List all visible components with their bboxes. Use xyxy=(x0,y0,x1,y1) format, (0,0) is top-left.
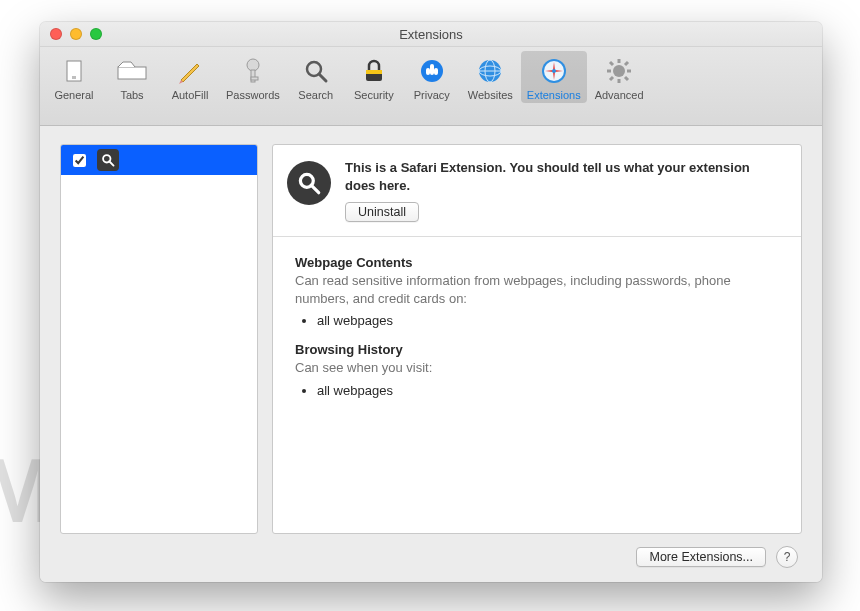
window-title: Extensions xyxy=(40,27,822,42)
section-list: all webpages xyxy=(295,383,779,398)
footer: More Extensions... ? xyxy=(60,544,802,570)
list-item: all webpages xyxy=(317,383,779,398)
section-title: Browsing History xyxy=(295,342,779,357)
autofill-icon xyxy=(174,55,206,87)
extensions-icon xyxy=(538,55,570,87)
preferences-toolbar: General Tabs AutoFill Passwords Search xyxy=(40,47,822,126)
tab-privacy[interactable]: Privacy xyxy=(404,51,460,103)
tab-label: Privacy xyxy=(414,89,450,101)
security-icon xyxy=(358,55,390,87)
svg-line-29 xyxy=(610,77,613,80)
extension-icon xyxy=(287,161,331,205)
window-controls xyxy=(50,28,102,40)
tab-label: Websites xyxy=(468,89,513,101)
general-icon xyxy=(58,55,90,87)
tab-advanced[interactable]: Advanced xyxy=(589,51,650,103)
tab-extensions[interactable]: Extensions xyxy=(521,51,587,103)
extension-detail: This is a Safari Extension. You should t… xyxy=(272,144,802,534)
section-description: Can read sensitive information from webp… xyxy=(295,272,779,307)
advanced-icon xyxy=(603,55,635,87)
extension-list-item[interactable] xyxy=(61,145,257,175)
svg-point-22 xyxy=(613,65,625,77)
tab-autofill[interactable]: AutoFill xyxy=(162,51,218,103)
websites-icon xyxy=(474,55,506,87)
tab-search[interactable]: Search xyxy=(288,51,344,103)
titlebar: Extensions xyxy=(40,22,822,47)
help-button[interactable]: ? xyxy=(776,546,798,568)
minimize-window-button[interactable] xyxy=(70,28,82,40)
permissions-section: Webpage Contents Can read sensitive info… xyxy=(273,237,801,420)
list-item: all webpages xyxy=(317,313,779,328)
tabs-icon xyxy=(116,55,148,87)
uninstall-button[interactable]: Uninstall xyxy=(345,202,419,222)
section-description: Can see when you visit: xyxy=(295,359,779,377)
tab-label: General xyxy=(54,89,93,101)
tab-label: Search xyxy=(298,89,333,101)
tab-label: Advanced xyxy=(595,89,644,101)
extension-header: This is a Safari Extension. You should t… xyxy=(273,145,801,237)
tab-websites[interactable]: Websites xyxy=(462,51,519,103)
svg-rect-11 xyxy=(430,64,434,75)
extension-summary: This is a Safari Extension. You should t… xyxy=(345,159,783,194)
section-list: all webpages xyxy=(295,313,779,328)
extension-item-icon xyxy=(97,149,119,171)
tab-label: Security xyxy=(354,89,394,101)
privacy-icon xyxy=(416,55,448,87)
window-body: This is a Safari Extension. You should t… xyxy=(40,126,822,582)
svg-rect-2 xyxy=(118,67,146,79)
passwords-icon xyxy=(237,55,269,87)
svg-line-28 xyxy=(625,77,628,80)
extension-enable-checkbox[interactable] xyxy=(73,154,86,167)
tab-tabs[interactable]: Tabs xyxy=(104,51,160,103)
svg-line-32 xyxy=(109,161,113,165)
svg-line-27 xyxy=(610,62,613,65)
tab-security[interactable]: Security xyxy=(346,51,402,103)
svg-point-21 xyxy=(552,69,556,73)
tab-label: AutoFill xyxy=(172,89,209,101)
svg-rect-5 xyxy=(251,77,258,80)
preferences-window: Extensions General Tabs AutoFill Pa xyxy=(40,22,822,582)
extension-description-block: This is a Safari Extension. You should t… xyxy=(345,159,783,222)
tab-passwords[interactable]: Passwords xyxy=(220,51,286,103)
svg-rect-1 xyxy=(72,76,76,79)
extensions-list xyxy=(60,144,258,534)
panels: This is a Safari Extension. You should t… xyxy=(60,144,802,534)
tab-label: Tabs xyxy=(120,89,143,101)
zoom-window-button[interactable] xyxy=(90,28,102,40)
tab-label: Extensions xyxy=(527,89,581,101)
svg-rect-12 xyxy=(426,68,430,75)
tab-general[interactable]: General xyxy=(46,51,102,103)
tab-label: Passwords xyxy=(226,89,280,101)
svg-line-7 xyxy=(319,74,326,81)
svg-rect-13 xyxy=(434,68,438,75)
svg-line-34 xyxy=(311,185,319,193)
close-window-button[interactable] xyxy=(50,28,62,40)
svg-point-3 xyxy=(247,59,259,71)
more-extensions-button[interactable]: More Extensions... xyxy=(636,547,766,567)
section-title: Webpage Contents xyxy=(295,255,779,270)
svg-line-30 xyxy=(625,62,628,65)
svg-rect-9 xyxy=(366,70,382,74)
search-icon xyxy=(300,55,332,87)
